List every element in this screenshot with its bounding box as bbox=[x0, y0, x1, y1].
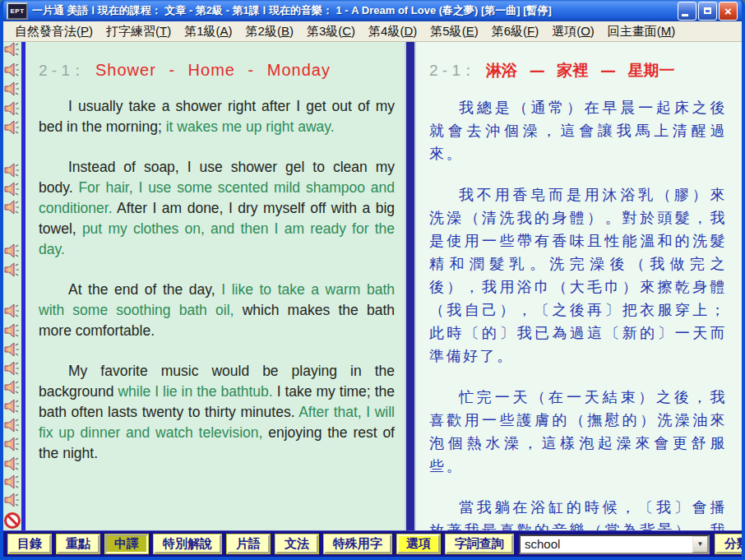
lesson-number: 2 - 1： bbox=[429, 62, 476, 79]
speaker-icon[interactable] bbox=[4, 342, 21, 357]
word-search-combobox: ▼ bbox=[519, 535, 710, 554]
speaker-icon[interactable] bbox=[4, 120, 21, 135]
english-paragraph: Instead of soap, I use shower gel to cle… bbox=[39, 157, 395, 260]
menu-item[interactable]: 自然發音法(P) bbox=[8, 22, 99, 41]
toolbar-button[interactable]: 特殊用字 bbox=[324, 535, 391, 553]
speaker-icon[interactable] bbox=[4, 323, 21, 338]
bottom-toolbar: 目錄重點中譯特別解說片語文法特殊用字選項字詞查詢 ▼ 分類單字 bbox=[3, 530, 742, 557]
text-segment: while I lie in the bathtub. bbox=[118, 383, 276, 400]
classified-words-button[interactable]: 分類單字 bbox=[715, 535, 745, 553]
speaker-icon[interactable] bbox=[4, 493, 21, 507]
chinese-panel: 2 - 1：淋浴 — 家裡 — 星期一 我總是（通常）在早晨一起床之後就會去沖個… bbox=[416, 42, 742, 530]
close-icon: × bbox=[724, 5, 732, 17]
english-panel: 2 - 1：Shower - Home - Monday I usually t… bbox=[25, 42, 405, 530]
chinese-heading: 2 - 1：淋浴 — 家裡 — 星期一 bbox=[429, 60, 727, 81]
english-paragraph: At the end of the day, I like to take a … bbox=[39, 280, 395, 341]
app-window: EPT 一片通 美語 Ⅰ 現在的課程： 文章 - 第2級 - 第1課 Ⅰ 現在的… bbox=[0, 0, 745, 560]
chinese-paragraphs: 我總是（通常）在早晨一起床之後就會去沖個澡，這會讓我馬上清醒過來。我不用香皂而是… bbox=[429, 96, 727, 530]
stop-icon[interactable] bbox=[4, 512, 21, 529]
speaker-icon[interactable] bbox=[4, 418, 21, 433]
menu-item[interactable]: 選項(O) bbox=[545, 22, 601, 41]
menu-item[interactable]: 第5級(E) bbox=[423, 22, 484, 41]
dropdown-arrow-button[interactable]: ▼ bbox=[692, 536, 708, 553]
maximize-icon bbox=[704, 7, 711, 14]
toolbar-button[interactable]: 片語 bbox=[227, 535, 270, 553]
chinese-paragraph: 我總是（通常）在早晨一起床之後就會去沖個澡，這會讓我馬上清醒過來。 bbox=[429, 96, 727, 165]
english-paragraph: My favorite music would be playing in th… bbox=[39, 361, 395, 464]
speaker-icon[interactable] bbox=[4, 262, 21, 277]
speaker-icon[interactable] bbox=[4, 474, 21, 489]
lesson-title-english: Shower - Home - Monday bbox=[95, 61, 331, 79]
minimize-button[interactable] bbox=[678, 2, 696, 21]
chinese-paragraph: 當我躺在浴缸的時候，〔我〕會播放著我最喜歡的音樂（當為背景），我慢慢的〔享受〕，… bbox=[429, 496, 727, 530]
audio-rail bbox=[3, 42, 21, 530]
lesson-title-chinese: 淋浴 — 家裡 — 星期一 bbox=[486, 61, 674, 79]
english-heading: 2 - 1：Shower - Home - Monday bbox=[39, 60, 395, 81]
speaker-icon[interactable] bbox=[4, 62, 21, 77]
text-segment: At the end of the day, bbox=[68, 281, 221, 298]
minimize-icon bbox=[682, 14, 688, 16]
toolbar-button[interactable]: 選項 bbox=[397, 535, 440, 553]
menu-item[interactable]: 打字練習(T) bbox=[99, 22, 178, 41]
speaker-icon[interactable] bbox=[4, 101, 21, 116]
text-segment: put my clothes on, and then I am ready f… bbox=[39, 220, 395, 257]
menu-item[interactable]: 第4級(D) bbox=[362, 22, 423, 41]
menubar: 自然發音法(P)打字練習(T)第1級(A)第2級(B)第3級(C)第4級(D)第… bbox=[3, 21, 742, 42]
speaker-icon[interactable] bbox=[4, 200, 21, 215]
menu-item[interactable]: 第2級(B) bbox=[239, 22, 300, 41]
speaker-icon[interactable] bbox=[4, 380, 21, 395]
panel-divider bbox=[405, 42, 416, 530]
text-segment: it wakes me up right away. bbox=[166, 118, 335, 135]
toolbar-button[interactable]: 字詞查詢 bbox=[446, 535, 513, 553]
speaker-icon[interactable] bbox=[4, 163, 21, 178]
toolbar-button-group: 目錄重點中譯特別解說片語文法特殊用字選項字詞查詢 bbox=[8, 535, 513, 553]
close-button[interactable]: × bbox=[719, 2, 738, 21]
chinese-paragraph: 忙完一天（在一天結束）之後，我喜歡用一些護膚的（撫慰的）洗澡油來泡個熱水澡，這樣… bbox=[429, 386, 727, 478]
app-logo-icon: EPT bbox=[7, 2, 28, 20]
speaker-icon[interactable] bbox=[4, 42, 21, 57]
toolbar-button[interactable]: 特別解說 bbox=[154, 535, 221, 553]
speaker-icon[interactable] bbox=[4, 303, 21, 318]
speaker-icon[interactable] bbox=[4, 456, 21, 471]
toolbar-button[interactable]: 文法 bbox=[275, 535, 318, 553]
toolbar-button[interactable]: 中譯 bbox=[105, 535, 148, 553]
english-paragraphs: I usually take a shower right after I ge… bbox=[39, 96, 395, 464]
menu-item[interactable]: 第1級(A) bbox=[178, 22, 238, 41]
speaker-icon[interactable] bbox=[4, 81, 21, 96]
speaker-icon[interactable] bbox=[4, 399, 21, 414]
content-area: 2 - 1：Shower - Home - Monday I usually t… bbox=[3, 42, 742, 530]
speaker-icon[interactable] bbox=[4, 437, 21, 451]
maximize-button[interactable] bbox=[698, 2, 717, 21]
toolbar-button[interactable]: 目錄 bbox=[8, 535, 51, 553]
english-paragraph: I usually take a shower right after I ge… bbox=[39, 96, 395, 137]
menu-item[interactable]: 回主畫面(M) bbox=[601, 22, 683, 41]
lesson-number: 2 - 1： bbox=[39, 62, 86, 79]
window-title: 一片通 美語 Ⅰ 現在的課程： 文章 - 第2級 - 第1課 Ⅰ 現在的音樂： … bbox=[32, 3, 676, 18]
speaker-icon[interactable] bbox=[4, 182, 21, 197]
toolbar-button[interactable]: 重點 bbox=[57, 535, 99, 553]
titlebar: EPT 一片通 美語 Ⅰ 現在的課程： 文章 - 第2級 - 第1課 Ⅰ 現在的… bbox=[3, 0, 742, 21]
menu-item[interactable]: 第3級(C) bbox=[300, 22, 362, 41]
search-input[interactable] bbox=[521, 536, 692, 553]
speaker-icon[interactable] bbox=[4, 361, 21, 376]
speaker-icon[interactable] bbox=[4, 243, 21, 258]
menu-item[interactable]: 第6級(F) bbox=[485, 22, 546, 41]
chinese-paragraph: 我不用香皂而是用沐浴乳（膠）來洗澡（清洗我的身體）。對於頭髮，我是使用一些帶有香… bbox=[429, 183, 727, 368]
